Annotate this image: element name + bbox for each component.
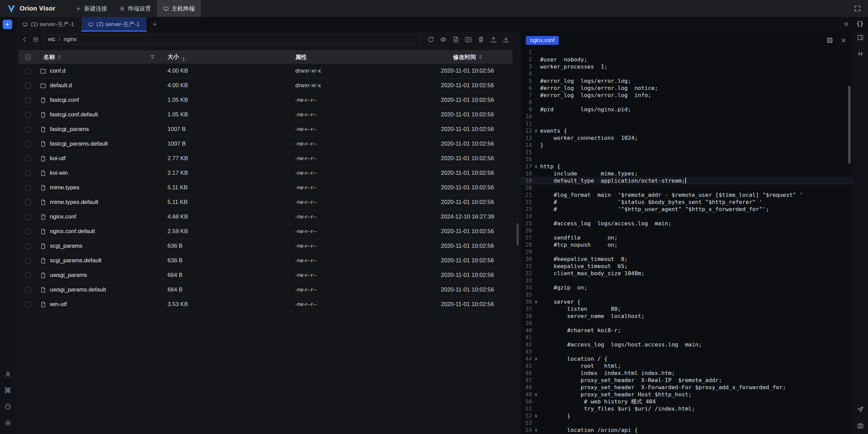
code-line-40[interactable]: 40 #charset koi8-r;	[521, 327, 852, 334]
eye-icon[interactable]	[440, 36, 447, 43]
code-line-1[interactable]: 1	[521, 49, 852, 56]
row-checkbox[interactable]	[25, 229, 31, 234]
code-line-19[interactable]: 19 default_type application/octet-stream…	[521, 177, 852, 184]
code-line-34[interactable]: 34 #gzip on;	[521, 284, 852, 291]
code-line-42[interactable]: 42 #access_log logs/host.access.log main…	[521, 341, 852, 348]
file-name[interactable]: uwsgi_params.default	[50, 286, 106, 293]
row-checkbox[interactable]	[25, 302, 31, 307]
code-line-37[interactable]: 37 listen 80;	[521, 305, 852, 313]
row-checkbox[interactable]	[25, 185, 31, 191]
code-line-44[interactable]: 44∨ location / {	[521, 355, 852, 362]
fold-chevron-icon[interactable]: ∨	[532, 355, 540, 362]
sort-size-icon[interactable]	[182, 57, 185, 61]
filter-funnel-icon[interactable]	[150, 54, 155, 60]
close-editor-icon[interactable]	[840, 37, 847, 44]
file-name[interactable]: fastcgi_params.default	[50, 140, 108, 147]
row-checkbox[interactable]	[25, 97, 31, 103]
code-line-52[interactable]: 52∨ }	[521, 412, 852, 419]
file-name[interactable]: nginx.conf.default	[50, 228, 95, 235]
code-line-17[interactable]: 17∨http {	[521, 163, 852, 170]
fold-chevron-icon[interactable]: ∨	[532, 427, 540, 434]
table-row[interactable]: scgi_params 636 B -rw-r--r-- 2020-11-01 …	[18, 239, 512, 253]
table-row[interactable]: mime.types 5.11 KB -rw-r--r-- 2020-11-01…	[18, 181, 512, 195]
delete-trash-icon[interactable]	[477, 36, 485, 43]
file-name[interactable]: conf.d	[50, 68, 65, 74]
save-icon[interactable]	[826, 37, 833, 44]
code-line-14[interactable]: 14}	[521, 141, 852, 149]
tab-server-2-active[interactable]: (2) server-生产-1	[81, 17, 147, 32]
tab-server-1[interactable]: (1) server-生产-1	[16, 17, 81, 32]
code-line-36[interactable]: 36∨ server {	[521, 298, 852, 305]
code-line-29[interactable]: 29	[521, 248, 852, 256]
code-line-15[interactable]: 15	[521, 149, 852, 156]
fold-chevron-icon[interactable]: ∨	[532, 127, 540, 134]
table-row[interactable]: uwsgi_params 664 B -rw-r--r-- 2020-11-01…	[18, 268, 512, 283]
code-line-21[interactable]: 21 #log_format main '$remote_addr - $rem…	[521, 191, 852, 199]
sort-name-icon[interactable]	[58, 55, 61, 59]
table-row[interactable]: scgi_params.default 636 B -rw-r--r-- 202…	[18, 253, 512, 268]
code-line-48[interactable]: 48 proxy_set_header X-Forwarded-For $pro…	[521, 384, 852, 391]
row-checkbox[interactable]	[25, 214, 31, 220]
code-line-50[interactable]: 50 # web history 模式 404	[521, 398, 852, 405]
table-row[interactable]: fastcgi.conf 1.05 KB -rw-r--r-- 2020-11-…	[18, 93, 512, 108]
row-checkbox[interactable]	[25, 83, 31, 89]
code-line-45[interactable]: 45 root html;	[521, 362, 852, 370]
code-line-25[interactable]: 25 #access_log logs/access.log main;	[521, 220, 852, 227]
row-checkbox[interactable]	[25, 127, 31, 132]
transfer-list-icon[interactable]	[857, 50, 864, 57]
file-name[interactable]: nginx.conf	[50, 213, 76, 220]
table-row[interactable]: uwsgi_params.default 664 B -rw-r--r-- 20…	[18, 283, 512, 297]
code-line-41[interactable]: 41	[521, 334, 852, 341]
new-file-icon[interactable]	[452, 36, 459, 43]
code-line-11[interactable]: 11	[521, 120, 852, 127]
table-row[interactable]: fastcgi_params 1007 B -rw-r--r-- 2020-11…	[18, 122, 512, 137]
code-line-54[interactable]: 54∨ location /orion/api {	[521, 427, 852, 434]
file-name[interactable]: fastcgi.conf.default	[50, 111, 98, 118]
code-line-33[interactable]: 33	[521, 277, 852, 284]
upload-icon[interactable]	[490, 36, 497, 43]
file-name[interactable]: koi-win	[50, 170, 68, 176]
table-row[interactable]: fastcgi.conf.default 1.05 KB -rw-r--r-- …	[18, 108, 512, 122]
code-line-20[interactable]: 20	[521, 184, 852, 191]
splitter-drag-handle[interactable]	[516, 223, 519, 246]
table-row[interactable]: mime.types.default 5.11 KB -rw-r--r-- 20…	[18, 195, 512, 210]
code-line-30[interactable]: 30 #keepalive_timeout 0;	[521, 256, 852, 263]
code-line-49[interactable]: 49∨ proxy_set_header Host $http_host;	[521, 391, 852, 398]
new-terminal-button[interactable]	[3, 20, 12, 29]
row-checkbox[interactable]	[25, 243, 31, 249]
list-view-icon[interactable]	[32, 36, 39, 43]
breadcrumb-item-nginx[interactable]: nginx	[64, 36, 77, 42]
row-checkbox[interactable]	[25, 170, 31, 176]
code-line-51[interactable]: 51 try_files $uri $uri/ /index.html;	[521, 405, 852, 412]
file-name[interactable]: fastcgi.conf	[50, 97, 79, 103]
row-checkbox[interactable]	[25, 68, 31, 74]
code-line-22[interactable]: 22 # '$status $body_bytes_sent "$http_re…	[521, 199, 852, 206]
code-line-8[interactable]: 8	[521, 99, 852, 106]
menu-item-new-connection[interactable]: 新建连接	[70, 0, 113, 17]
file-name[interactable]: koi-utf	[50, 155, 65, 162]
code-line-7[interactable]: 7#error_log logs/error.log info;	[521, 92, 852, 99]
row-checkbox[interactable]	[25, 200, 31, 205]
menu-item-host-terminal[interactable]: 主机终端	[157, 0, 201, 17]
fold-chevron-icon[interactable]: ∨	[532, 412, 540, 419]
add-tab-icon[interactable]	[152, 21, 158, 27]
fold-chevron-icon[interactable]: ∨	[532, 391, 540, 398]
fold-chevron-icon[interactable]: ∨	[532, 163, 540, 170]
code-line-16[interactable]: 16	[521, 156, 852, 163]
code-line-43[interactable]: 43	[521, 348, 852, 355]
braces-icon[interactable]: {}	[855, 20, 864, 27]
panel-layout-icon[interactable]	[857, 34, 864, 41]
code-line-26[interactable]: 26	[521, 227, 852, 234]
table-row[interactable]: nginx.conf.default 2.59 KB -rw-r--r-- 20…	[18, 224, 512, 239]
code-line-24[interactable]: 24	[521, 213, 852, 220]
panel-splitter[interactable]	[514, 32, 521, 434]
code-line-27[interactable]: 27 sendfile on;	[521, 234, 852, 241]
code-editor[interactable]: 12#user nobody;3worker_processes 1;45#er…	[521, 49, 852, 434]
select-all-checkbox[interactable]	[25, 54, 31, 60]
table-row[interactable]: koi-win 2.17 KB -rw-r--r-- 2020-11-01 10…	[18, 166, 512, 181]
refresh-icon[interactable]	[427, 36, 434, 43]
code-line-6[interactable]: 6#error_log logs/error.log notice;	[521, 84, 852, 92]
menu-item-terminal-settings[interactable]: 终端设置	[113, 0, 157, 17]
path-breadcrumb[interactable]: etc / nginx	[43, 34, 420, 44]
back-chevron-icon[interactable]	[21, 36, 28, 43]
